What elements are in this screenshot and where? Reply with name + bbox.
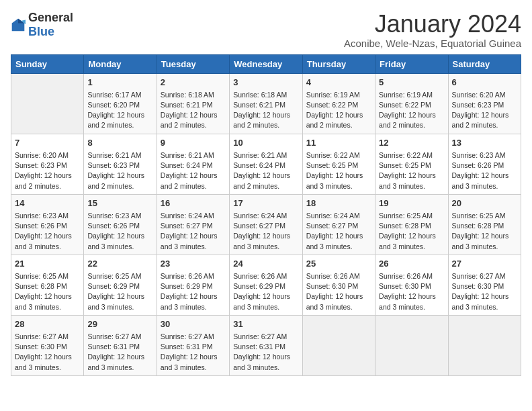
- calendar-week-row: 28Sunrise: 6:27 AM Sunset: 6:30 PM Dayli…: [11, 315, 521, 375]
- calendar-cell: 29Sunrise: 6:27 AM Sunset: 6:31 PM Dayli…: [84, 315, 157, 375]
- day-number: 25: [306, 258, 371, 270]
- day-info: Sunrise: 6:24 AM Sunset: 6:27 PM Dayligh…: [306, 211, 371, 252]
- calendar-cell: [11, 73, 84, 134]
- day-info: Sunrise: 6:17 AM Sunset: 6:20 PM Dayligh…: [87, 90, 152, 131]
- day-number: 24: [233, 258, 298, 270]
- day-number: 28: [15, 318, 80, 330]
- day-info: Sunrise: 6:27 AM Sunset: 6:30 PM Dayligh…: [452, 271, 517, 312]
- day-info: Sunrise: 6:18 AM Sunset: 6:21 PM Dayligh…: [233, 90, 298, 131]
- day-info: Sunrise: 6:20 AM Sunset: 6:23 PM Dayligh…: [15, 150, 80, 191]
- calendar-cell: [448, 315, 521, 375]
- day-info: Sunrise: 6:23 AM Sunset: 6:26 PM Dayligh…: [452, 150, 517, 191]
- calendar-header-row: SundayMondayTuesdayWednesdayThursdayFrid…: [11, 54, 521, 73]
- col-header-wednesday: Wednesday: [230, 54, 302, 73]
- calendar-week-row: 21Sunrise: 6:25 AM Sunset: 6:28 PM Dayli…: [11, 255, 521, 315]
- calendar-cell: 14Sunrise: 6:23 AM Sunset: 6:26 PM Dayli…: [11, 194, 84, 255]
- calendar-cell: 19Sunrise: 6:25 AM Sunset: 6:28 PM Dayli…: [375, 194, 448, 255]
- calendar-cell: 21Sunrise: 6:25 AM Sunset: 6:28 PM Dayli…: [11, 255, 84, 315]
- subtitle: Aconibe, Wele-Nzas, Equatorial Guinea: [344, 38, 521, 49]
- day-info: Sunrise: 6:26 AM Sunset: 6:30 PM Dayligh…: [379, 271, 444, 312]
- header: General Blue January 2024 Aconibe, Wele-…: [11, 11, 521, 49]
- day-info: Sunrise: 6:21 AM Sunset: 6:23 PM Dayligh…: [87, 150, 152, 191]
- day-info: Sunrise: 6:25 AM Sunset: 6:29 PM Dayligh…: [87, 271, 152, 312]
- calendar-cell: [302, 315, 375, 375]
- calendar-week-row: 1Sunrise: 6:17 AM Sunset: 6:20 PM Daylig…: [11, 73, 521, 134]
- logo-text: General Blue: [28, 11, 73, 39]
- day-number: 17: [233, 197, 298, 210]
- calendar-cell: 5Sunrise: 6:19 AM Sunset: 6:22 PM Daylig…: [375, 73, 448, 134]
- day-number: 15: [87, 197, 152, 210]
- day-number: 5: [379, 77, 444, 89]
- day-number: 26: [379, 258, 444, 270]
- day-info: Sunrise: 6:26 AM Sunset: 6:29 PM Dayligh…: [161, 271, 226, 312]
- day-number: 21: [15, 258, 80, 270]
- calendar-cell: 11Sunrise: 6:22 AM Sunset: 6:25 PM Dayli…: [302, 134, 375, 194]
- day-number: 12: [379, 137, 444, 149]
- calendar-cell: 23Sunrise: 6:26 AM Sunset: 6:29 PM Dayli…: [157, 255, 229, 315]
- day-info: Sunrise: 6:24 AM Sunset: 6:27 PM Dayligh…: [233, 211, 298, 252]
- calendar-cell: 31Sunrise: 6:27 AM Sunset: 6:31 PM Dayli…: [230, 315, 302, 375]
- day-number: 6: [452, 77, 517, 89]
- day-number: 30: [161, 318, 226, 330]
- calendar-cell: 13Sunrise: 6:23 AM Sunset: 6:26 PM Dayli…: [448, 134, 521, 194]
- logo-blue: Blue: [28, 25, 54, 38]
- calendar-cell: 16Sunrise: 6:24 AM Sunset: 6:27 PM Dayli…: [157, 194, 229, 255]
- day-number: 8: [87, 137, 152, 149]
- col-header-tuesday: Tuesday: [157, 54, 229, 73]
- calendar-cell: 20Sunrise: 6:25 AM Sunset: 6:28 PM Dayli…: [448, 194, 521, 255]
- day-number: 2: [161, 77, 226, 89]
- col-header-monday: Monday: [84, 54, 157, 73]
- day-number: 29: [87, 318, 152, 330]
- calendar-cell: 30Sunrise: 6:27 AM Sunset: 6:31 PM Dayli…: [157, 315, 229, 375]
- calendar-cell: 6Sunrise: 6:20 AM Sunset: 6:23 PM Daylig…: [448, 73, 521, 134]
- day-number: 23: [161, 258, 226, 270]
- day-number: 11: [306, 137, 371, 149]
- day-info: Sunrise: 6:23 AM Sunset: 6:26 PM Dayligh…: [15, 211, 80, 252]
- calendar-cell: 1Sunrise: 6:17 AM Sunset: 6:20 PM Daylig…: [84, 73, 157, 134]
- calendar-cell: 22Sunrise: 6:25 AM Sunset: 6:29 PM Dayli…: [84, 255, 157, 315]
- day-number: 10: [233, 137, 298, 149]
- day-number: 27: [452, 258, 517, 270]
- calendar-cell: 12Sunrise: 6:22 AM Sunset: 6:25 PM Dayli…: [375, 134, 448, 194]
- calendar-cell: 15Sunrise: 6:23 AM Sunset: 6:26 PM Dayli…: [84, 194, 157, 255]
- day-number: 20: [452, 197, 517, 210]
- title-area: January 2024 Aconibe, Wele-Nzas, Equator…: [344, 11, 521, 49]
- col-header-saturday: Saturday: [448, 54, 521, 73]
- calendar-cell: 27Sunrise: 6:27 AM Sunset: 6:30 PM Dayli…: [448, 255, 521, 315]
- calendar-cell: 3Sunrise: 6:18 AM Sunset: 6:21 PM Daylig…: [230, 73, 302, 134]
- col-header-friday: Friday: [375, 54, 448, 73]
- day-info: Sunrise: 6:26 AM Sunset: 6:30 PM Dayligh…: [306, 271, 371, 312]
- calendar-cell: 26Sunrise: 6:26 AM Sunset: 6:30 PM Dayli…: [375, 255, 448, 315]
- calendar-table: SundayMondayTuesdayWednesdayThursdayFrid…: [11, 54, 521, 376]
- day-number: 14: [15, 197, 80, 210]
- day-number: 9: [161, 137, 226, 149]
- day-number: 7: [15, 137, 80, 149]
- calendar-cell: 25Sunrise: 6:26 AM Sunset: 6:30 PM Dayli…: [302, 255, 375, 315]
- calendar-cell: 18Sunrise: 6:24 AM Sunset: 6:27 PM Dayli…: [302, 194, 375, 255]
- calendar-week-row: 7Sunrise: 6:20 AM Sunset: 6:23 PM Daylig…: [11, 134, 521, 194]
- day-info: Sunrise: 6:27 AM Sunset: 6:31 PM Dayligh…: [233, 332, 298, 373]
- day-info: Sunrise: 6:21 AM Sunset: 6:24 PM Dayligh…: [233, 150, 298, 191]
- logo-general: General: [28, 11, 73, 24]
- day-info: Sunrise: 6:27 AM Sunset: 6:31 PM Dayligh…: [87, 332, 152, 373]
- day-number: 1: [87, 77, 152, 89]
- calendar-cell: 4Sunrise: 6:19 AM Sunset: 6:22 PM Daylig…: [302, 73, 375, 134]
- day-info: Sunrise: 6:18 AM Sunset: 6:21 PM Dayligh…: [161, 90, 226, 131]
- day-info: Sunrise: 6:21 AM Sunset: 6:24 PM Dayligh…: [161, 150, 226, 191]
- day-info: Sunrise: 6:23 AM Sunset: 6:26 PM Dayligh…: [87, 211, 152, 252]
- calendar-cell: 2Sunrise: 6:18 AM Sunset: 6:21 PM Daylig…: [157, 73, 229, 134]
- day-info: Sunrise: 6:27 AM Sunset: 6:31 PM Dayligh…: [161, 332, 226, 373]
- day-number: 18: [306, 197, 371, 210]
- calendar-cell: 17Sunrise: 6:24 AM Sunset: 6:27 PM Dayli…: [230, 194, 302, 255]
- day-number: 4: [306, 77, 371, 89]
- day-info: Sunrise: 6:22 AM Sunset: 6:25 PM Dayligh…: [306, 150, 371, 191]
- day-info: Sunrise: 6:25 AM Sunset: 6:28 PM Dayligh…: [379, 211, 444, 252]
- day-info: Sunrise: 6:27 AM Sunset: 6:30 PM Dayligh…: [15, 332, 80, 373]
- day-info: Sunrise: 6:22 AM Sunset: 6:25 PM Dayligh…: [379, 150, 444, 191]
- calendar-cell: 8Sunrise: 6:21 AM Sunset: 6:23 PM Daylig…: [84, 134, 157, 194]
- day-number: 3: [233, 77, 298, 89]
- logo-icon: [11, 17, 26, 32]
- day-info: Sunrise: 6:19 AM Sunset: 6:22 PM Dayligh…: [379, 90, 444, 131]
- day-number: 22: [87, 258, 152, 270]
- calendar-cell: 10Sunrise: 6:21 AM Sunset: 6:24 PM Dayli…: [230, 134, 302, 194]
